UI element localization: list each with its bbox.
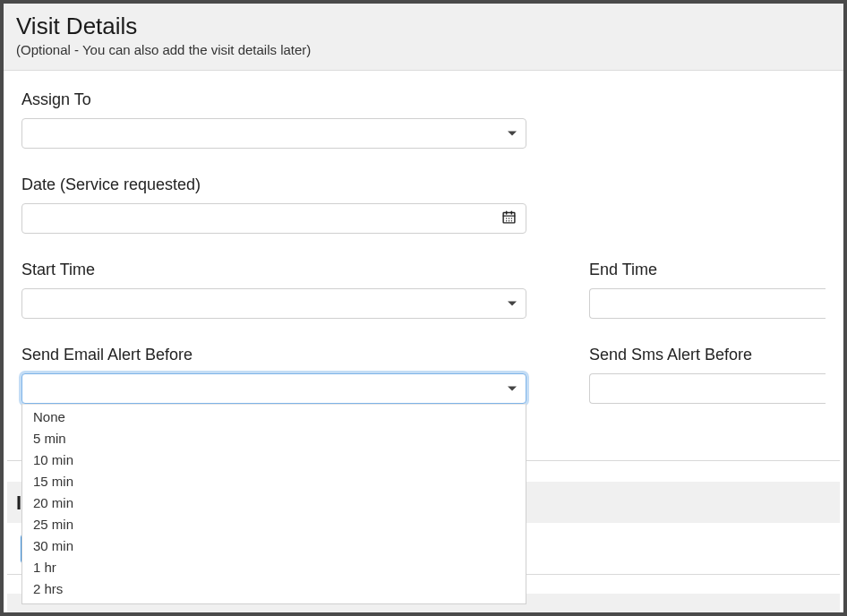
group-end-time: End Time xyxy=(589,261,826,319)
input-date[interactable] xyxy=(21,203,526,234)
chevron-down-icon xyxy=(508,132,517,136)
dropdown-option[interactable]: 5 min xyxy=(22,428,526,449)
dialog-subtitle: (Optional - You can also add the visit d… xyxy=(16,42,831,57)
row-alerts: Send Email Alert Before None5 min10 min1… xyxy=(21,346,826,404)
dropdown-option[interactable]: 15 min xyxy=(22,471,526,492)
form-body: Assign To Date (Service requested) xyxy=(4,71,843,413)
dropdown-option[interactable]: 30 min xyxy=(22,535,526,557)
dropdown-option[interactable]: 2 hrs xyxy=(22,578,526,600)
dropdown-option[interactable]: 20 min xyxy=(22,492,526,514)
dialog-title: Visit Details xyxy=(16,13,831,40)
label-start-time: Start Time xyxy=(21,261,526,279)
chevron-down-icon xyxy=(508,302,517,306)
dropdown-email-alert: None5 min10 min15 min20 min25 min30 min1… xyxy=(21,404,526,604)
input-sms-alert[interactable] xyxy=(589,373,826,404)
group-email-alert: Send Email Alert Before None5 min10 min1… xyxy=(21,346,526,404)
dialog-header: Visit Details (Optional - You can also a… xyxy=(4,4,843,71)
row-assign-to: Assign To xyxy=(21,90,826,149)
dropdown-option[interactable]: 10 min xyxy=(22,449,526,471)
group-date: Date (Service requested) xyxy=(21,175,526,234)
select-email-alert[interactable] xyxy=(21,373,526,404)
row-times: Start Time End Time xyxy=(21,261,826,319)
dialog-frame: Visit Details (Optional - You can also a… xyxy=(0,0,847,616)
label-date: Date (Service requested) xyxy=(21,175,526,194)
calendar-icon xyxy=(501,210,517,227)
label-end-time: End Time xyxy=(589,261,826,279)
select-assign-to[interactable] xyxy=(21,118,526,149)
group-start-time: Start Time xyxy=(21,261,526,319)
dropdown-option[interactable]: None xyxy=(22,406,526,428)
label-assign-to: Assign To xyxy=(21,90,526,109)
label-email-alert: Send Email Alert Before xyxy=(21,346,526,364)
row-date: Date (Service requested) xyxy=(21,175,826,234)
label-sms-alert: Send Sms Alert Before xyxy=(589,346,826,364)
group-sms-alert: Send Sms Alert Before xyxy=(589,346,826,404)
select-start-time[interactable] xyxy=(21,288,526,319)
input-end-time[interactable] xyxy=(589,288,826,319)
chevron-down-icon xyxy=(508,387,517,391)
dropdown-option[interactable]: 25 min xyxy=(22,514,526,535)
group-assign-to: Assign To xyxy=(21,90,526,149)
dropdown-option[interactable]: 1 hr xyxy=(22,557,526,578)
